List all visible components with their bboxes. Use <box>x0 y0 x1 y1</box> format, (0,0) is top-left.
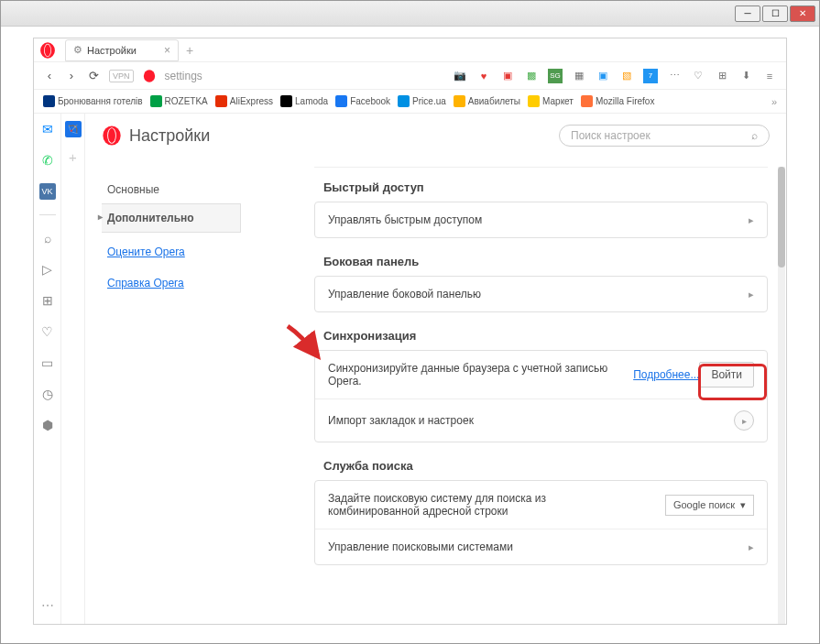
ext-icon[interactable]: ⊞ <box>715 69 729 83</box>
settings-content: Быстрый доступ Управлять быстрым доступо… <box>314 167 768 624</box>
ext-icon[interactable]: SG <box>548 69 563 83</box>
ext-icon[interactable]: ▣ <box>500 69 515 83</box>
bookmarks-icon[interactable]: ♡ <box>39 323 56 340</box>
opera-menu-icon[interactable] <box>39 42 56 59</box>
chevron-down-icon: ▾ <box>740 499 746 511</box>
flow-icon[interactable]: ▷ <box>39 261 56 278</box>
svg-point-3 <box>143 70 154 82</box>
bookmark-item[interactable]: Mozilla Firefox <box>581 95 654 107</box>
tabs-bar: ⚙ Настройки × + <box>34 38 786 62</box>
section-title-sidebar: Боковая панель <box>314 255 768 268</box>
page-title: Настройки <box>129 126 210 146</box>
chevron-right-icon: ▸ <box>734 410 754 431</box>
sidebar-settings-icon[interactable]: ⋯ <box>41 598 54 613</box>
personal-news-icon[interactable]: ▭ <box>39 355 56 371</box>
bookmark-item[interactable]: Price.ua <box>398 95 446 107</box>
row-manage-speed-dial[interactable]: Управлять быстрым доступом ▸ <box>315 202 767 237</box>
speed-dial-icon[interactable]: ⊞ <box>39 292 56 309</box>
address-text[interactable]: settings <box>165 70 202 82</box>
ext-icon[interactable]: ♥ <box>476 69 491 83</box>
bookmark-item[interactable]: ROZETKA <box>150 95 208 107</box>
messenger-icon[interactable]: ✉ <box>39 121 56 137</box>
reload-button[interactable]: ⟳ <box>87 69 100 82</box>
back-button[interactable]: ‹ <box>43 69 56 82</box>
maximize-button[interactable]: ☐ <box>762 5 788 22</box>
scroll-thumb[interactable] <box>778 167 785 267</box>
gear-icon: ⚙ <box>73 44 82 56</box>
navigation-bar: ‹ › ⟳ VPN settings 📷 ♥ ▣ ▩ SG ▦ ▣ ▧ 7 ⋯ … <box>34 62 786 90</box>
ext-icon[interactable]: ▣ <box>596 69 610 83</box>
opera-logo-icon <box>102 126 122 146</box>
ext-icon[interactable]: ⋯ <box>667 69 682 83</box>
tab-settings[interactable]: ⚙ Настройки × <box>65 39 179 61</box>
row-manage-search-engines[interactable]: Управление поисковыми системами ▸ <box>315 529 767 564</box>
whatsapp-icon[interactable]: ✆ <box>39 152 56 169</box>
nav-help-opera[interactable]: Справка Opera <box>102 271 241 295</box>
bookmark-item[interactable]: Маркет <box>528 95 574 107</box>
tab-title: Настройки <box>87 45 137 56</box>
chevron-right-icon: ▸ <box>749 214 754 226</box>
scrollbar[interactable] <box>778 167 785 624</box>
menu-icon[interactable]: ≡ <box>762 69 777 83</box>
sync-login-button[interactable]: Войти <box>699 362 754 387</box>
chevron-right-icon: ▸ <box>749 541 754 553</box>
tab-close-icon[interactable]: × <box>164 44 170 57</box>
search-icon: ⌕ <box>751 129 758 142</box>
bookmark-item[interactable]: Facebook <box>335 95 390 107</box>
row-search-engine: Задайте поисковую систему для поиска из … <box>315 481 767 529</box>
settings-side-nav: Основные Дополнительно Оцените Opera Спр… <box>85 176 241 295</box>
bookmark-item[interactable]: Бронювання готелів <box>43 95 143 107</box>
nav-rate-opera[interactable]: Оцените Opera <box>102 240 241 264</box>
search-placeholder: Поиск настроек <box>571 129 651 142</box>
section-title-speed-dial: Быстрый доступ <box>314 180 768 194</box>
ext-icon[interactable]: ▩ <box>524 69 539 83</box>
bookmark-item[interactable]: Lamoda <box>280 95 328 107</box>
nav-advanced[interactable]: Дополнительно <box>102 203 241 233</box>
section-title-sync: Синхронизация <box>314 329 768 343</box>
settings-search-input[interactable]: Поиск настроек ⌕ <box>559 125 770 147</box>
svg-point-6 <box>108 128 115 143</box>
download-icon[interactable]: ⬇ <box>738 69 753 83</box>
new-tab-button[interactable]: + <box>186 43 193 58</box>
row-manage-sidebar[interactable]: Управление боковой панелью ▸ <box>315 277 767 311</box>
bookmarks-bar: Бронювання готелів ROZETKA AliExpress La… <box>34 90 786 114</box>
bookmark-item[interactable]: Авиабилеты <box>454 95 520 107</box>
sync-learn-more-link[interactable]: Подробнее... <box>633 368 699 381</box>
ext-icon[interactable]: ♡ <box>691 69 705 83</box>
window-titlebar: ─ ☐ ✕ <box>1 1 819 27</box>
bookmark-item[interactable]: AliExpress <box>215 95 273 107</box>
forward-button[interactable]: › <box>65 69 78 82</box>
svg-point-2 <box>45 44 50 56</box>
vpn-badge[interactable]: VPN <box>109 70 134 82</box>
bookmarks-overflow[interactable]: » <box>771 96 777 107</box>
row-sync-login: Синхронизируйте данные браузера с учетно… <box>315 351 767 398</box>
ext-icon[interactable]: ▧ <box>619 69 634 83</box>
translate-icon[interactable]: 🏹 <box>65 121 82 137</box>
page-mini-toolbar: 🏹 + <box>61 114 85 624</box>
ext-icon[interactable]: 📷 <box>453 69 467 83</box>
ext-icon[interactable]: 7 <box>643 69 658 83</box>
minimize-button[interactable]: ─ <box>735 5 760 22</box>
extensions-icon[interactable]: ⬢ <box>39 417 56 433</box>
nav-basic[interactable]: Основные <box>102 176 241 203</box>
site-icon <box>143 70 156 82</box>
history-icon[interactable]: ◷ <box>39 386 56 402</box>
ext-icon[interactable]: ▦ <box>572 69 586 83</box>
row-import-bookmarks[interactable]: Импорт закладок и настроек ▸ <box>315 398 767 442</box>
browser-sidebar: ✉ ✆ VK ⌕ ▷ ⊞ ♡ ▭ ◷ ⬢ ⋯ <box>34 114 61 624</box>
search-engine-select[interactable]: Google поиск ▾ <box>665 495 754 516</box>
close-button[interactable]: ✕ <box>790 5 815 22</box>
vk-icon[interactable]: VK <box>39 183 56 200</box>
add-panel-icon[interactable]: + <box>65 148 82 165</box>
chevron-right-icon: ▸ <box>749 289 754 300</box>
search-icon[interactable]: ⌕ <box>39 230 56 246</box>
section-title-search: Служба поиска <box>314 459 768 473</box>
